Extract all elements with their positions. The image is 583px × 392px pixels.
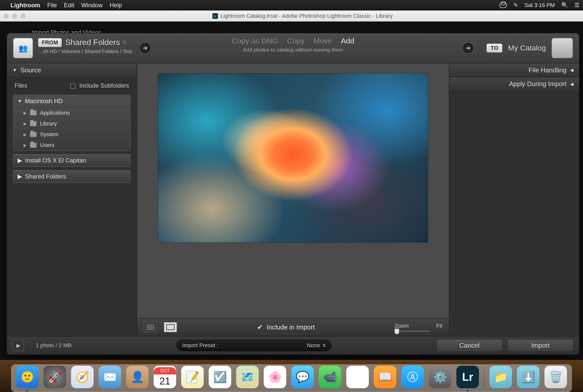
dock-finder-icon[interactable]: 🙂 (16, 366, 39, 388)
source-drive-icon[interactable]: 👥 (13, 38, 33, 58)
center-panel: ✔ Include in Import Zoom Fit (137, 63, 449, 336)
dock-contacts-icon[interactable]: 👤 (126, 366, 149, 388)
op-copy-as-dng[interactable]: Copy as DNG (232, 37, 278, 45)
menubar-app-name[interactable]: Lightroom (11, 2, 40, 9)
from-arrow-button[interactable]: ➜ (139, 42, 151, 54)
tree-item-label: System (40, 131, 58, 138)
folder-icon (30, 143, 37, 148)
menu-window[interactable]: Window (81, 2, 103, 9)
mac-menubar: Lightroom File Edit Window Help ✎ Sat 3:… (0, 0, 583, 11)
to-badge: TO (486, 44, 502, 53)
to-destination-label[interactable]: My Catalog (508, 44, 546, 52)
photo-thumbnail[interactable] (158, 73, 428, 243)
dock-messages-icon[interactable]: 💬 (291, 366, 314, 388)
tree-item-shared-folders[interactable]: ▶ Shared Folders (13, 170, 131, 183)
tree-item-applications[interactable]: ▶ Applications (14, 107, 130, 118)
import-operations: Copy as DNG Copy Move Add Add photos to … (232, 37, 354, 53)
dock-ibooks-icon[interactable]: 📖 (374, 366, 396, 388)
tree-item-label: Users (40, 142, 54, 148)
cancel-button[interactable]: Cancel (436, 339, 502, 352)
minimize-window-icon[interactable] (12, 14, 17, 19)
script-menu-icon[interactable]: ✎ (513, 2, 518, 9)
close-window-icon[interactable] (4, 14, 9, 19)
menu-file[interactable]: File (47, 2, 57, 9)
dock-safari-icon[interactable]: 🧭 (71, 366, 94, 388)
dock-maps-icon[interactable]: 🗺️ (236, 366, 259, 388)
triangle-left-icon: ◀ (570, 67, 573, 73)
include-subfolders-toggle[interactable]: Include Subfolders (70, 82, 129, 89)
file-handling-panel-header[interactable]: File Handling ◀ (449, 63, 579, 77)
menu-edit[interactable]: Edit (64, 2, 74, 9)
apply-during-import-label: Apply During Import (509, 80, 566, 88)
menu-help[interactable]: Help (110, 2, 122, 9)
zoom-control: Zoom Fit (395, 323, 442, 332)
window-title: Lightroom Catalog.lrcat - Adobe Photosho… (220, 13, 393, 19)
op-add[interactable]: Add (341, 37, 354, 45)
preview-area (137, 63, 449, 318)
dock-reminders-icon[interactable]: ☑️ (209, 366, 231, 388)
dock-calendar-icon[interactable]: OCT 21 (154, 366, 176, 388)
tree-root-macintosh-hd[interactable]: ▼ Macintosh HD (14, 95, 130, 107)
dock-separator (484, 367, 484, 387)
triangle-down-icon: ▼ (18, 99, 22, 104)
tree-item-install-osx[interactable]: ▶ Install OS X El Capitan (13, 154, 131, 167)
op-copy[interactable]: Copy (287, 37, 305, 45)
tree-item-system[interactable]: ▶ System (14, 129, 130, 140)
import-button[interactable]: Import (507, 339, 573, 352)
to-arrow-button[interactable]: ➜ (462, 42, 474, 54)
dock-downloads-folder-icon[interactable]: ⬇️ (517, 366, 539, 388)
traffic-lights[interactable] (4, 14, 26, 19)
minimize-dialog-button[interactable]: ▶ (13, 340, 24, 351)
op-move[interactable]: Move (314, 37, 332, 45)
include-in-import-toggle[interactable]: ✔ Include in Import (257, 323, 315, 331)
apply-during-import-panel-header[interactable]: Apply During Import ◀ (449, 77, 579, 91)
from-source-picker[interactable]: Shared Folders ⇅ (65, 38, 126, 47)
dock-trash-icon[interactable]: 🗑️ (544, 366, 567, 388)
zoom-window-icon[interactable] (21, 14, 26, 19)
import-footer: ▶ 1 photo / 2 MB Import Preset : None ⇅ … (7, 336, 579, 354)
chevron-updown-icon: ⇅ (323, 343, 326, 348)
op-subtitle: Add photos to catalog without moving the… (232, 47, 354, 53)
import-preset-picker[interactable]: Import Preset : None ⇅ (176, 340, 332, 351)
tree-item-label: Applications (40, 110, 70, 116)
dock-appstore-icon[interactable]: Ⓐ (401, 366, 424, 388)
tree-item-library[interactable]: ▶ Library (14, 118, 130, 129)
checkbox-icon[interactable] (70, 84, 75, 89)
tree-root-label: Macintosh HD (25, 98, 63, 105)
dock-applications-folder-icon[interactable]: 📁 (489, 366, 512, 388)
loupe-view-button[interactable] (164, 322, 177, 332)
left-panel: ▼ Source Files Include Subfolders ▼ (7, 63, 137, 336)
dock-photos-icon[interactable]: 🌸 (264, 366, 286, 388)
triangle-right-icon: ▶ (18, 157, 22, 164)
dock-system-preferences-icon[interactable]: ⚙️ (429, 366, 451, 388)
creative-cloud-icon[interactable] (499, 3, 507, 8)
source-panel-header[interactable]: ▼ Source (7, 63, 137, 77)
slider-knob-icon[interactable] (395, 329, 399, 334)
dock-launchpad-icon[interactable]: 🚀 (44, 366, 66, 388)
destination-drive-icon[interactable] (551, 38, 573, 58)
grid-icon (147, 324, 154, 330)
grid-view-button[interactable] (144, 322, 157, 332)
folder-icon (30, 132, 37, 137)
dock-facetime-icon[interactable]: 📹 (319, 366, 341, 388)
import-dialog: 👥 FROM Shared Folders ⇅ …sh HD / Volumes… (7, 33, 579, 355)
dock-mail-icon[interactable]: ✉️ (99, 366, 121, 388)
spotlight-icon[interactable]: 🔍 (561, 2, 568, 9)
dock-itunes-icon[interactable]: ♪ (346, 366, 369, 388)
dock-notes-icon[interactable]: 📝 (181, 366, 204, 388)
files-label: Files (15, 82, 27, 89)
calendar-month: OCT (154, 367, 176, 374)
tree-item-users[interactable]: ▶ Users (14, 140, 130, 150)
notification-center-icon[interactable]: ☰ (574, 2, 579, 9)
import-preset-label: Import Preset : (182, 342, 218, 349)
import-preset-value: None (307, 342, 320, 349)
lightroom-doc-icon: Lr (212, 13, 218, 19)
include-in-import-label: Include in Import (267, 323, 315, 331)
import-header: 👥 FROM Shared Folders ⇅ …sh HD / Volumes… (7, 33, 579, 63)
from-source-label: Shared Folders (65, 38, 120, 47)
menubar-clock[interactable]: Sat 3:16 PM (524, 2, 555, 9)
app-body: Import Photos and Videos 👥 FROM Shared F… (0, 22, 583, 360)
dock-lightroom-icon[interactable]: Lr (456, 366, 479, 388)
zoom-slider[interactable] (395, 331, 430, 332)
tree-item-label: Install OS X El Capitan (25, 157, 86, 164)
